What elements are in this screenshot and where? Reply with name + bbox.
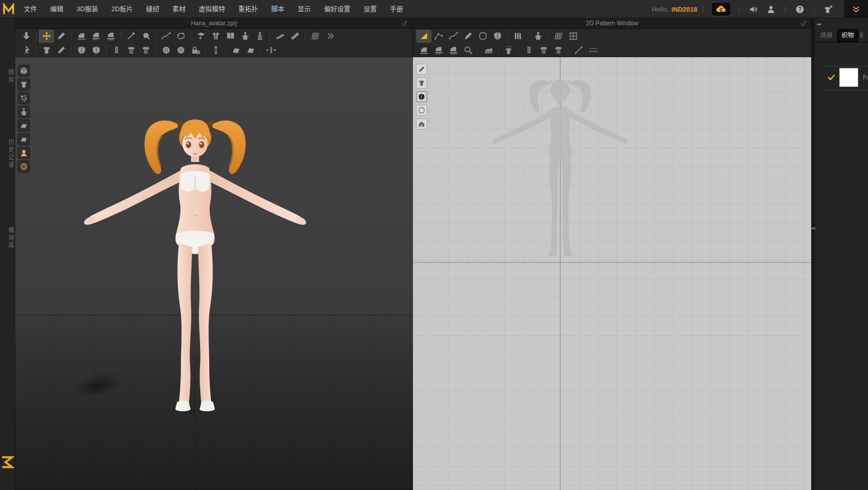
- menu-item-settings[interactable]: 设置: [357, 0, 383, 18]
- open-garment-tool[interactable]: [223, 30, 238, 43]
- menu-item-edit[interactable]: 编辑: [44, 0, 70, 18]
- pleats-tool[interactable]: [510, 30, 525, 43]
- segment-sewing-2d-tool[interactable]: [417, 44, 431, 57]
- baseline-tool[interactable]: [571, 44, 586, 57]
- add-point-tool[interactable]: [461, 30, 475, 43]
- show-pattern-fill-toggle[interactable]: [18, 133, 30, 145]
- dart-pattern-tool[interactable]: [490, 30, 505, 43]
- show-garment-toggle[interactable]: [18, 78, 30, 91]
- pattern-canvas-2d[interactable]: [413, 57, 811, 490]
- help-button[interactable]: [791, 0, 808, 18]
- menu-item-virtual-avatar[interactable]: 虚拟模特: [192, 0, 232, 18]
- edit-curve-tool[interactable]: [446, 30, 461, 43]
- menu-item-material[interactable]: 素材: [166, 0, 192, 18]
- left-tab-library[interactable]: 图库: [0, 69, 15, 84]
- edit-point-tool[interactable]: [431, 30, 446, 43]
- fabric-list-item[interactable]: FA: [815, 67, 868, 90]
- menu-item-script[interactable]: 脚本: [265, 0, 291, 18]
- avatar-skeleton-tool[interactable]: [252, 30, 267, 43]
- menu-item-manual[interactable]: 手册: [383, 0, 409, 18]
- grid-texture-tool[interactable]: [308, 30, 322, 43]
- inspect-sewing-tool[interactable]: [461, 44, 475, 57]
- show-arrange-points-toggle[interactable]: [18, 92, 30, 104]
- account-button[interactable]: [762, 0, 779, 18]
- avatar-skin-toggle[interactable]: [18, 147, 30, 159]
- sidebar-collapse-arrow-icon[interactable]: [816, 20, 822, 26]
- transform-pattern-tool[interactable]: [417, 30, 431, 43]
- sewing-curve-tool[interactable]: [159, 30, 173, 43]
- seamline-tool[interactable]: [586, 44, 600, 57]
- menu-item-preferences[interactable]: 偏好设置: [317, 0, 357, 18]
- texture-garment-tool[interactable]: [124, 44, 138, 57]
- pin-3d-tool[interactable]: [138, 30, 153, 43]
- edit-sewing-tool[interactable]: [74, 30, 89, 43]
- select-brush-tool[interactable]: [54, 30, 68, 43]
- show-silhouette-toggle[interactable]: [416, 77, 427, 89]
- toolbar-overflow[interactable]: [322, 30, 337, 43]
- grid-uv-tool[interactable]: [565, 30, 580, 43]
- sidebar-tab-fabric[interactable]: 织物: [837, 29, 858, 42]
- show-info-toggle[interactable]: [416, 91, 427, 102]
- button-tool[interactable]: [159, 44, 173, 57]
- show-pattern-outline-toggle[interactable]: [18, 119, 30, 132]
- free-sewing-2d-tool[interactable]: [431, 44, 446, 57]
- menu-item-sewing[interactable]: 缝纫: [139, 0, 166, 18]
- segment-sewing-tool[interactable]: [89, 30, 103, 43]
- sewing-loop-tool[interactable]: [173, 30, 188, 43]
- menu-item-retopology[interactable]: 重拓扑: [232, 0, 265, 18]
- popout-2d-window-icon[interactable]: [800, 20, 808, 27]
- pleat-fold-tool[interactable]: [263, 44, 278, 57]
- texture-roll-tool[interactable]: [109, 44, 124, 57]
- buttonhole-tool[interactable]: [173, 44, 188, 57]
- tape-measure-tool[interactable]: [273, 30, 287, 43]
- add-garment-button[interactable]: [820, 0, 837, 18]
- flatten-tool[interactable]: [229, 44, 243, 57]
- texture-roll-2d-tool[interactable]: [521, 44, 536, 57]
- pattern-on-avatar-tool[interactable]: [531, 30, 545, 43]
- simulate-button[interactable]: [19, 30, 33, 43]
- show-solid-toggle[interactable]: [18, 65, 30, 77]
- menu-item-display[interactable]: 显示: [291, 0, 317, 18]
- texture-garment-alt-tool[interactable]: [138, 44, 153, 57]
- remesh-halves-tool[interactable]: [208, 30, 223, 43]
- walk-pose-tool[interactable]: [19, 44, 33, 57]
- collapse-topbar-button[interactable]: [844, 0, 868, 18]
- fabric-checked-icon[interactable]: [827, 73, 836, 81]
- show-base-toggle[interactable]: [416, 118, 427, 130]
- steam-garment-tool[interactable]: [501, 44, 516, 57]
- menu-item-garment-3d[interactable]: 3D服装: [70, 0, 105, 18]
- show-avatar-toggle[interactable]: [18, 106, 30, 118]
- pin-tool[interactable]: [124, 30, 138, 43]
- show-sketch-toggle[interactable]: [416, 64, 427, 75]
- sidebar-splitter[interactable]: [811, 18, 815, 490]
- viewport-3d[interactable]: [15, 57, 413, 490]
- zipper-tool[interactable]: [208, 44, 223, 57]
- show-avatar-tool[interactable]: [238, 30, 252, 43]
- cloud-sync-button[interactable]: [711, 2, 731, 16]
- ruler-tool[interactable]: [287, 30, 302, 43]
- create-pattern-tool[interactable]: [475, 30, 490, 43]
- arrange-fold-tool[interactable]: [194, 30, 208, 43]
- iron-tool[interactable]: [481, 44, 496, 57]
- fabric-swatch[interactable]: [839, 68, 858, 87]
- pick-garment-tool[interactable]: [39, 44, 54, 57]
- world-display-toggle[interactable]: [18, 160, 30, 173]
- texture-pattern-tool[interactable]: [536, 44, 551, 57]
- sidebar-tab-stitch[interactable]: 缝纫线: [858, 29, 863, 42]
- popout-3d-window-icon[interactable]: [401, 20, 409, 27]
- sidebar-tab-scene[interactable]: 场景: [816, 29, 837, 42]
- select-move-tool[interactable]: [39, 30, 54, 43]
- grid-skew-tool[interactable]: [551, 30, 565, 43]
- menu-item-file[interactable]: 文件: [17, 0, 44, 18]
- menu-item-pattern-2d[interactable]: 2D板片: [105, 0, 140, 18]
- mn-sewing-2d-tool[interactable]: [446, 44, 461, 57]
- left-tab-history[interactable]: 历史记录: [0, 139, 15, 169]
- show-pattern-toggle[interactable]: [416, 105, 427, 116]
- flatten-alt-tool[interactable]: [243, 44, 258, 57]
- left-tab-modules[interactable]: 模块库: [0, 227, 15, 250]
- free-sewing-tool[interactable]: [103, 30, 118, 43]
- texture-pattern-alt-tool[interactable]: [551, 44, 565, 57]
- sound-button[interactable]: [745, 0, 762, 18]
- dart-cut-tool[interactable]: [89, 44, 103, 57]
- lock-button-tool[interactable]: [188, 44, 203, 57]
